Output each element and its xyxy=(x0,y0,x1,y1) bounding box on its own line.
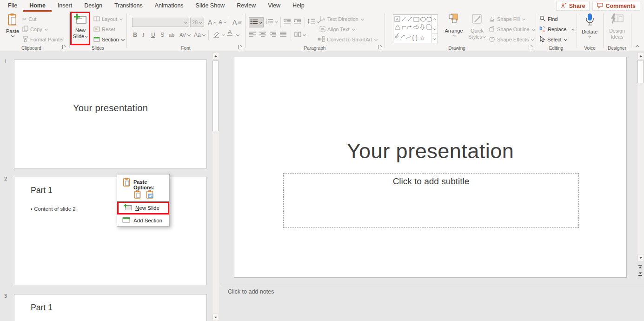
align-center-button[interactable] xyxy=(259,30,266,40)
select-button[interactable]: Select xyxy=(539,35,567,44)
new-slide-dropdown-chevron[interactable] xyxy=(85,34,88,38)
layout-dropdown-chevron[interactable] xyxy=(120,17,123,20)
collapse-ribbon-button[interactable] xyxy=(636,45,639,48)
paste-dropdown-chevron[interactable] xyxy=(11,34,14,37)
bullets-chevron[interactable] xyxy=(259,20,262,23)
editor-scroll-up-button[interactable] xyxy=(637,52,644,60)
paste-button[interactable]: Paste xyxy=(3,13,22,38)
strikethrough-button[interactable]: ab xyxy=(169,30,174,40)
increase-indent-button[interactable] xyxy=(293,17,301,27)
highlight-color-button[interactable] xyxy=(212,30,225,40)
notes-pane[interactable]: Click to add notes xyxy=(220,284,644,321)
font-dialog-launcher[interactable] xyxy=(238,45,242,49)
bullets-button[interactable] xyxy=(249,17,264,27)
underline-button[interactable]: U xyxy=(151,30,155,40)
shape-fill-button[interactable]: Shape Fill xyxy=(489,15,525,23)
tab-help[interactable]: Help xyxy=(286,0,311,12)
italic-button[interactable]: I xyxy=(142,30,144,40)
grow-font-button[interactable]: A xyxy=(208,18,216,27)
shadow-button[interactable]: S xyxy=(160,30,164,40)
arrange-chevron[interactable] xyxy=(452,33,456,37)
thumbnail-scroll-down-button[interactable] xyxy=(212,314,219,321)
align-left-button[interactable] xyxy=(249,30,256,40)
section-button[interactable]: Section xyxy=(93,35,125,44)
clipboard-dialog-launcher[interactable] xyxy=(62,45,66,49)
context-menu-add-section-item[interactable]: Add Section xyxy=(117,215,169,226)
thumbnail-scroll-up-button[interactable] xyxy=(212,52,219,60)
paragraph-dialog-launcher[interactable] xyxy=(378,45,382,49)
arrange-button[interactable]: Arrange xyxy=(442,13,465,37)
context-menu-new-slide-item[interactable]: New Slide xyxy=(117,201,169,214)
tab-home[interactable]: Home xyxy=(23,0,52,12)
cut-button[interactable]: ✂ Cut xyxy=(22,15,36,23)
dictate-button[interactable]: Dictate xyxy=(580,13,599,38)
dictate-chevron[interactable] xyxy=(588,34,591,38)
editor-scrollbar[interactable] xyxy=(637,52,644,261)
slide-1-thumbnail[interactable]: Your presentation xyxy=(14,60,207,168)
slide-title-text[interactable]: Your presentation xyxy=(234,139,626,163)
shapes-gallery[interactable]: A { } ☆ xyxy=(393,14,438,43)
subtitle-placeholder[interactable]: Click to add subtitle xyxy=(283,173,579,228)
new-slide-button[interactable]: New Slide xyxy=(71,13,90,40)
slide-3-thumbnail[interactable]: Part 1 xyxy=(14,294,207,321)
paste-options-clipboard-icon xyxy=(123,177,130,188)
editor-scrollbar-thumb[interactable] xyxy=(637,60,644,83)
bold-button[interactable]: B xyxy=(133,30,137,40)
share-button[interactable]: Share xyxy=(556,1,590,11)
font-color-button[interactable]: A xyxy=(227,29,232,39)
justify-button[interactable] xyxy=(279,30,287,40)
align-right-button[interactable] xyxy=(269,30,277,40)
tab-transitions[interactable]: Transitions xyxy=(108,0,149,12)
shrink-font-button[interactable]: A xyxy=(219,18,226,27)
quick-styles-button[interactable]: Quick Styles xyxy=(466,13,488,40)
change-case-button[interactable]: Aa xyxy=(194,30,206,40)
tab-insert[interactable]: Insert xyxy=(52,0,78,12)
thumbnail-scrollbar-thumb[interactable] xyxy=(212,60,219,131)
replace-chevron[interactable] xyxy=(571,27,575,30)
align-text-button[interactable]: Align Text xyxy=(319,25,355,33)
replace-button[interactable]: bc Replace xyxy=(539,25,575,33)
next-slide-button[interactable] xyxy=(637,271,643,277)
convert-smartart-button[interactable]: Convert to SmartArt xyxy=(318,35,378,44)
shape-effects-button[interactable]: Shape Effects xyxy=(489,35,534,44)
gallery-more-button[interactable] xyxy=(432,34,438,43)
section-dropdown-chevron[interactable] xyxy=(121,37,125,40)
comments-button[interactable]: Comments xyxy=(592,1,640,11)
gallery-scroll-up-button[interactable] xyxy=(432,15,438,24)
tab-review[interactable]: Review xyxy=(231,0,262,12)
numbering-button[interactable]: 123 xyxy=(266,17,278,27)
tab-design[interactable]: Design xyxy=(78,0,108,12)
copy-dropdown-chevron[interactable] xyxy=(45,27,48,30)
previous-slide-button[interactable] xyxy=(637,263,643,270)
font-name-chevron xyxy=(184,20,187,23)
tab-slide-show[interactable]: Slide Show xyxy=(190,0,231,12)
slide-2-thumbnail[interactable]: Part 1 • Content of slide 2 xyxy=(14,177,207,285)
format-painter-button[interactable]: Format Painter xyxy=(22,35,64,44)
editor-scroll-down-button[interactable] xyxy=(637,254,644,261)
decrease-indent-icon xyxy=(283,18,291,26)
find-button[interactable]: Find xyxy=(539,15,558,23)
drawing-dialog-launcher[interactable] xyxy=(529,45,533,49)
tab-file[interactable]: File xyxy=(2,0,23,12)
slide-canvas[interactable]: Your presentation Click to add subtitle xyxy=(234,57,627,278)
decrease-indent-button[interactable] xyxy=(283,17,291,27)
gallery-scroll-down-button[interactable] xyxy=(432,24,438,33)
paste-as-picture-button[interactable] xyxy=(146,189,154,199)
character-spacing-button[interactable]: AV xyxy=(179,30,191,40)
clear-formatting-button[interactable]: A xyxy=(232,18,241,27)
shape-outline-button[interactable]: Shape Outline xyxy=(489,25,535,33)
font-name-combobox[interactable] xyxy=(132,18,189,27)
text-direction-button[interactable]: A Text Direction xyxy=(319,15,364,23)
columns-button[interactable] xyxy=(294,30,306,40)
thumbnail-scrollbar[interactable] xyxy=(212,52,219,321)
tab-view[interactable]: View xyxy=(262,0,286,12)
tab-animations[interactable]: Animations xyxy=(149,0,190,12)
font-size-combobox[interactable]: 28 xyxy=(190,18,204,27)
paste-keep-theme-button[interactable] xyxy=(133,189,142,199)
copy-button[interactable]: Copy xyxy=(22,25,48,33)
design-ideas-button[interactable]: Design Ideas xyxy=(606,13,628,40)
reset-button[interactable]: Reset xyxy=(93,25,115,33)
layout-button[interactable]: Layout xyxy=(93,15,123,23)
select-chevron[interactable] xyxy=(564,37,567,40)
line-spacing-button[interactable] xyxy=(307,17,320,27)
